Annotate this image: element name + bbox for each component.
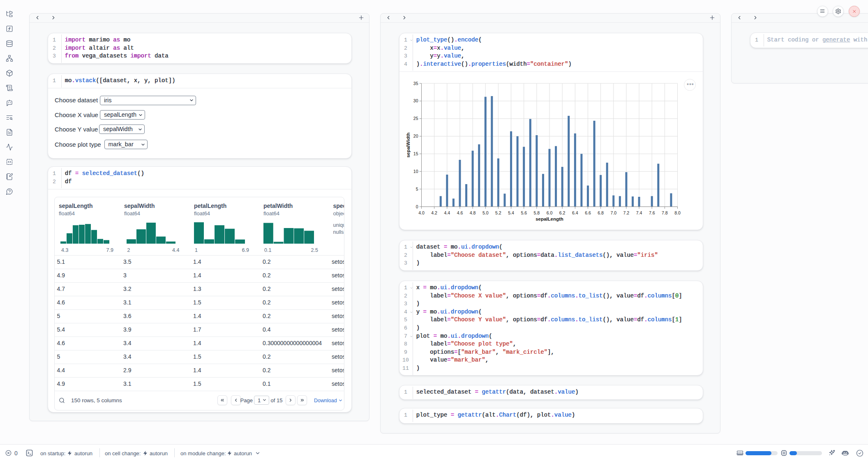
svg-text:8.0: 8.0 — [674, 210, 681, 215]
svg-text:15: 15 — [413, 151, 418, 156]
svg-text:5.2: 5.2 — [495, 210, 501, 215]
svg-text:7.0: 7.0 — [610, 210, 616, 215]
svg-text:0: 0 — [416, 204, 418, 209]
svg-text:6.6: 6.6 — [585, 210, 591, 215]
svg-text:7.2: 7.2 — [623, 210, 630, 215]
svg-text:7.4: 7.4 — [636, 210, 642, 215]
svg-text:6.2: 6.2 — [559, 210, 566, 215]
svg-text:20: 20 — [413, 134, 418, 138]
svg-text:5.4: 5.4 — [508, 210, 514, 215]
svg-text:7.6: 7.6 — [649, 210, 655, 215]
svg-text:4.6: 4.6 — [457, 210, 463, 215]
svg-text:5: 5 — [416, 187, 418, 191]
svg-text:5.6: 5.6 — [521, 210, 527, 215]
svg-text:6.8: 6.8 — [598, 210, 604, 215]
svg-text:25: 25 — [413, 116, 418, 121]
svg-text:4.4: 4.4 — [444, 210, 450, 215]
svg-text:5.8: 5.8 — [534, 210, 540, 215]
svg-text:10: 10 — [413, 169, 418, 174]
svg-text:30: 30 — [413, 98, 418, 103]
svg-text:sepalWidth: sepalWidth — [406, 132, 411, 157]
svg-text:4.2: 4.2 — [431, 210, 437, 215]
svg-text:6.0: 6.0 — [547, 210, 553, 215]
svg-text:sepalLength: sepalLength — [536, 217, 563, 221]
svg-text:4.8: 4.8 — [470, 210, 476, 215]
svg-text:35: 35 — [413, 81, 418, 86]
svg-text:7.8: 7.8 — [662, 210, 668, 215]
svg-text:6.4: 6.4 — [572, 210, 578, 215]
svg-text:4.0: 4.0 — [418, 210, 425, 215]
svg-text:5.0: 5.0 — [482, 210, 489, 215]
